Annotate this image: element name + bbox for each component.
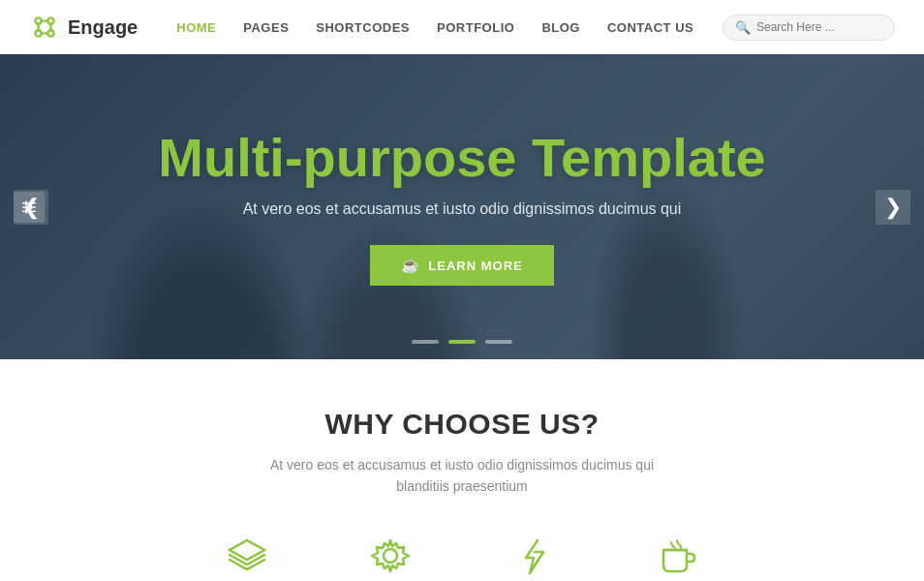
nav-portfolio[interactable]: PORTFOLIO (437, 20, 514, 35)
why-section: WHY CHOOSE US? At vero eos et accusamus … (0, 359, 924, 581)
why-title: WHY CHOOSE US? (29, 408, 895, 441)
svg-rect-11 (25, 200, 27, 205)
slide-dot-2[interactable] (448, 340, 476, 344)
nav-blog[interactable]: BLOG (541, 20, 580, 35)
learn-more-button[interactable]: ☕ LEARN MORE (370, 245, 553, 286)
hero-title: Multi-purpose Template (158, 128, 765, 188)
nav-pages[interactable]: PAGES (243, 20, 289, 35)
why-icons-row (29, 533, 895, 579)
lightning-icon (510, 533, 557, 579)
nav-home[interactable]: HOME (176, 20, 216, 35)
search-box: 🔍 (723, 15, 895, 41)
why-feature-3 (510, 533, 557, 579)
svg-rect-13 (25, 208, 27, 213)
slide-indicators (412, 340, 512, 344)
svg-rect-8 (22, 202, 36, 204)
search-input[interactable] (756, 20, 882, 34)
layers-icon (224, 533, 270, 579)
coffee-icon (654, 533, 700, 579)
coffee-cup-icon: ☕ (401, 257, 420, 274)
why-feature-2 (367, 533, 414, 579)
settings-icon (367, 533, 414, 579)
slide-dot-1[interactable] (412, 340, 439, 344)
svg-rect-12 (30, 204, 32, 209)
hero-section: ❮ Multi-purpose Template At vero eos et … (0, 54, 924, 359)
nav-shortcodes[interactable]: SHORTCODES (316, 20, 410, 35)
why-feature-1 (224, 533, 270, 579)
nav-links: HOME PAGES SHORTCODES PORTFOLIO BLOG CON… (176, 20, 723, 35)
why-feature-4 (654, 533, 700, 579)
nav-contact[interactable]: CONTACT US (607, 20, 693, 35)
hero-content: Multi-purpose Template At vero eos et ac… (0, 54, 924, 359)
sliders-icon (21, 199, 37, 215)
search-icon: 🔍 (735, 20, 751, 35)
logo[interactable]: Engage (29, 12, 138, 43)
hero-btn-label: LEARN MORE (428, 259, 522, 273)
slider-settings-button[interactable] (14, 192, 45, 223)
hero-subtitle: At vero eos et accusamus et iusto odio d… (243, 200, 682, 218)
hero-next-button[interactable]: ❯ (876, 190, 910, 225)
why-subtitle: At vero eos et accusamus et iusto odio d… (29, 454, 895, 498)
svg-rect-9 (22, 206, 36, 208)
slide-dot-3[interactable] (485, 340, 512, 344)
chevron-right-icon: ❯ (884, 195, 902, 220)
svg-point-15 (384, 549, 397, 563)
logo-icon (29, 12, 60, 43)
logo-text: Engage (68, 16, 138, 39)
navbar: Engage HOME PAGES SHORTCODES PORTFOLIO B… (0, 0, 924, 54)
svg-rect-10 (22, 210, 36, 212)
